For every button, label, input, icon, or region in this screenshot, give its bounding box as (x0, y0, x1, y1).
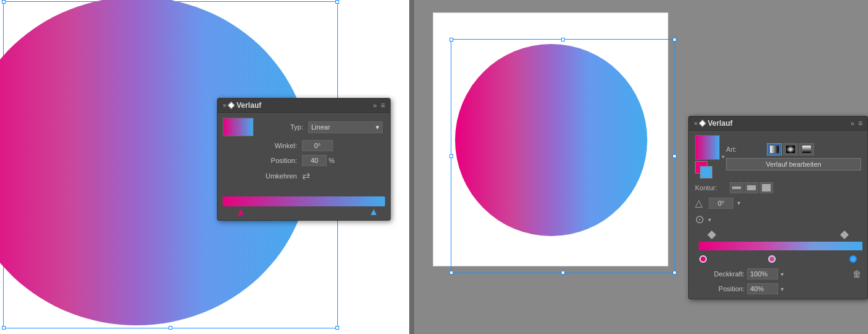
right-angle-row: △ ▾ (691, 195, 865, 211)
stop-purple[interactable] (768, 255, 776, 263)
handle-r-bot-mid[interactable] (561, 271, 565, 275)
panel-title-text-left: Verlauf (236, 101, 261, 110)
right-gradient-bar-area (691, 228, 865, 266)
percent-sign: % (329, 157, 335, 164)
art-row-inner: Art: (726, 143, 861, 156)
right-position-input[interactable] (747, 283, 778, 294)
position-label: Position: (223, 157, 297, 164)
right-area: × Verlauf » ≡ ▾ (414, 0, 868, 334)
svg-rect-5 (762, 184, 771, 191)
expand-icon-right[interactable]: » (851, 120, 854, 127)
svg-rect-2 (802, 146, 811, 153)
diamond-right[interactable] (840, 231, 849, 239)
angle-label: Winkel: (223, 142, 297, 149)
verlauf-diamond-icon (228, 102, 235, 108)
svg-rect-1 (786, 146, 795, 153)
gradient-circle-right (455, 44, 647, 236)
handle-r-top-mid[interactable] (561, 38, 565, 42)
handle-top-right[interactable] (335, 0, 339, 4)
right-angle-input[interactable] (709, 198, 733, 209)
svg-rect-3 (732, 187, 741, 189)
verlauf-panel-left: × Verlauf » ≡ Typ: Linear ▾ Winkel: (217, 98, 391, 221)
left-canvas: × Verlauf » ≡ Typ: Linear ▾ Winkel: (0, 0, 409, 334)
handle-bot-right[interactable] (335, 326, 339, 330)
gradient-swatch-wrapper: ▾ (695, 135, 720, 160)
kontur-icon-1 (732, 183, 742, 192)
panel-title-text-right: Verlauf (707, 119, 732, 128)
reverse-label: Umkehren (223, 172, 297, 180)
fg-bg-swatches (695, 161, 712, 178)
angle-triangle-icon: △ (695, 197, 702, 209)
right-canvas (433, 12, 668, 266)
reverse-icon[interactable]: ⇄ (302, 170, 310, 182)
art-label: Art: (726, 146, 763, 153)
aspect-dropdown-icon[interactable]: ▾ (708, 216, 711, 223)
verlauf-bearbeiten-button[interactable]: Verlauf bearbeiten (726, 158, 861, 170)
handle-bot-mid[interactable] (169, 326, 172, 330)
deckkraft-input[interactable] (747, 268, 778, 279)
panel-title-right-left: × Verlauf (694, 119, 732, 128)
art-row: ▾ Art: (691, 133, 865, 180)
close-icon[interactable]: × (223, 102, 226, 109)
kontur-icon-3 (761, 183, 771, 192)
kontur-icon-2 (746, 183, 756, 192)
art-buttons (767, 143, 814, 156)
kontur-btn-1[interactable] (730, 182, 743, 193)
gradient-bar-left[interactable] (223, 196, 385, 206)
panel-titlebar-left: × Verlauf » ≡ (218, 99, 390, 113)
gradient-bar-right[interactable] (699, 242, 862, 250)
handle-r-mid-left[interactable] (450, 154, 453, 158)
art-controls: Art: (726, 143, 861, 170)
reverse-row: Umkehren ⇄ (223, 170, 385, 182)
deckkraft-dropdown-icon[interactable]: ▾ (781, 271, 784, 278)
kontur-row: Kontur: (691, 180, 865, 195)
position-dropdown-icon[interactable]: ▾ (781, 286, 784, 292)
aspect-row: ⊙ ▾ (691, 211, 865, 228)
stop-pink[interactable] (699, 255, 707, 263)
handle-bot-left[interactable] (2, 326, 6, 330)
handle-r-mid-right[interactable] (673, 154, 676, 158)
gradient-bar-container: ▲ ▲ (218, 193, 390, 220)
gradient-swatch-big[interactable] (695, 135, 720, 160)
verlauf-diamond-icon-right (699, 120, 706, 126)
handle-r-bot-right[interactable] (673, 271, 676, 275)
panel-title-left: × Verlauf (223, 101, 261, 110)
position-row: Position: % (223, 155, 385, 166)
type-row: Typ: Linear ▾ (223, 118, 385, 136)
art-btn-angular[interactable] (799, 143, 814, 156)
gradient-preview-small (223, 118, 254, 136)
bg-swatch[interactable] (700, 166, 712, 178)
kontur-btn-3[interactable] (760, 182, 773, 193)
position-input[interactable] (302, 155, 327, 166)
close-icon-right[interactable]: × (694, 120, 698, 127)
kontur-buttons (730, 182, 773, 193)
handle-r-bot-left[interactable] (450, 271, 453, 275)
menu-icon-right[interactable]: ≡ (858, 119, 862, 128)
art-btn-radial[interactable] (783, 143, 798, 156)
handle-top-left[interactable] (2, 0, 6, 4)
radial-gradient-icon (786, 145, 795, 154)
panel-titlebar-right: × Verlauf » ≡ (689, 116, 867, 131)
angle-row: Winkel: (223, 140, 385, 151)
handle-r-top-right[interactable] (673, 38, 676, 42)
swatch-chevron-icon[interactable]: ▾ (722, 154, 725, 160)
aspect-icon[interactable]: ⊙ (695, 213, 704, 226)
expand-icon-left[interactable]: » (373, 102, 377, 109)
stop-marker-left[interactable]: ▲ (236, 206, 246, 218)
verlauf-panel-right: × Verlauf » ≡ ▾ (688, 116, 868, 299)
angle-dropdown-icon[interactable]: ▾ (737, 200, 740, 206)
gradient-stops-left: ▲ ▲ (223, 208, 385, 218)
chevron-down-icon: ▾ (376, 123, 379, 131)
angle-input[interactable] (302, 140, 333, 151)
linear-gradient-icon (769, 145, 779, 154)
stop-blue[interactable] (849, 255, 857, 263)
type-select[interactable]: Linear ▾ (308, 121, 383, 133)
art-btn-linear[interactable] (767, 143, 782, 156)
menu-icon-left[interactable]: ≡ (381, 101, 385, 110)
delete-stop-icon[interactable]: 🗑 (852, 269, 861, 279)
handle-r-top-left[interactable] (450, 38, 453, 42)
stop-marker-right[interactable]: ▲ (369, 206, 379, 218)
panel-body-left: Typ: Linear ▾ Winkel: Position: % Umkehr… (218, 113, 390, 190)
kontur-btn-2[interactable] (745, 182, 758, 193)
diamond-left[interactable] (707, 231, 716, 239)
